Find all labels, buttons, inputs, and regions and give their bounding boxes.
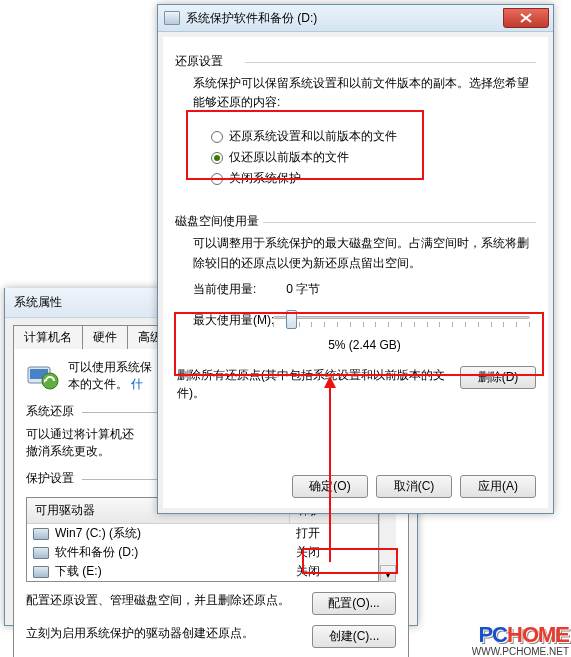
radio-icon: [211, 173, 223, 185]
drive-row[interactable]: 软件和备份 (D:) 关闭: [27, 543, 378, 562]
drive-row[interactable]: Win7 (C:) (系统) 打开: [27, 524, 378, 543]
create-button[interactable]: 创建(C)...: [312, 625, 396, 648]
drive-row[interactable]: 下载 (E:) 关闭: [27, 562, 378, 581]
close-icon: [520, 13, 532, 23]
cancel-button[interactable]: 取消(C): [376, 475, 452, 498]
tab-hardware[interactable]: 硬件: [82, 325, 128, 349]
tab-computer-name[interactable]: 计算机名: [13, 325, 83, 349]
max-usage-slider[interactable]: [273, 308, 530, 334]
delete-description: 删除所有还原点(其中包括系统设置和以前版本的文件)。: [177, 366, 450, 402]
close-button[interactable]: [503, 8, 549, 28]
slider-thumb[interactable]: [286, 310, 297, 329]
disk-icon: [33, 547, 49, 559]
radio-restore-files-only[interactable]: 仅还原以前版本的文件: [211, 147, 528, 168]
system-protection-dialog: 系统保护软件和备份 (D:) 还原设置 系统保护可以保留系统设置和以前文件版本的…: [157, 4, 554, 514]
whatis-link[interactable]: 什: [131, 377, 143, 391]
current-usage-label: 当前使用量:: [193, 281, 256, 298]
disk-icon: [33, 566, 49, 578]
section-disk-usage: 磁盘空间使用量: [175, 213, 536, 230]
disk-icon: [164, 11, 180, 25]
delete-button[interactable]: 删除(D): [460, 366, 536, 389]
system-protect-icon: [26, 359, 60, 393]
radio-restore-system-and-files[interactable]: 还原系统设置和以前版本的文件: [211, 126, 528, 147]
disk-usage-description: 可以调整用于系统保护的最大磁盘空间。占满空间时，系统将删除较旧的还原点以便为新还…: [193, 234, 536, 272]
current-usage-value: 0 字节: [286, 281, 320, 298]
scroll-down-icon[interactable]: ▾: [380, 565, 396, 582]
configure-description: 配置还原设置、管理磁盘空间，并且删除还原点。: [26, 592, 302, 609]
max-usage-value: 5% (2.44 GB): [193, 338, 536, 352]
disk-icon: [33, 528, 49, 540]
intro-text: 可以使用系统保 本的文件。 什: [68, 359, 152, 393]
ok-button[interactable]: 确定(O): [292, 475, 368, 498]
watermark: PCHOME WWW.PCHOME.NET: [472, 622, 569, 657]
max-usage-label: 最大使用量(M):: [193, 312, 274, 329]
radio-icon: [211, 152, 223, 164]
dialog-title: 系统保护软件和备份 (D:): [164, 10, 503, 27]
restore-radio-group: 还原系统设置和以前版本的文件 仅还原以前版本的文件 关闭系统保护: [203, 120, 536, 195]
create-description: 立刻为启用系统保护的驱动器创建还原点。: [26, 625, 302, 642]
section-restore-settings: 还原设置: [175, 53, 536, 70]
restore-settings-description: 系统保护可以保留系统设置和以前文件版本的副本。选择您希望能够还原的内容:: [193, 74, 536, 112]
radio-icon: [211, 131, 223, 143]
radio-turn-off[interactable]: 关闭系统保护: [211, 168, 528, 189]
configure-button[interactable]: 配置(O)...: [312, 592, 396, 615]
apply-button[interactable]: 应用(A): [460, 475, 536, 498]
